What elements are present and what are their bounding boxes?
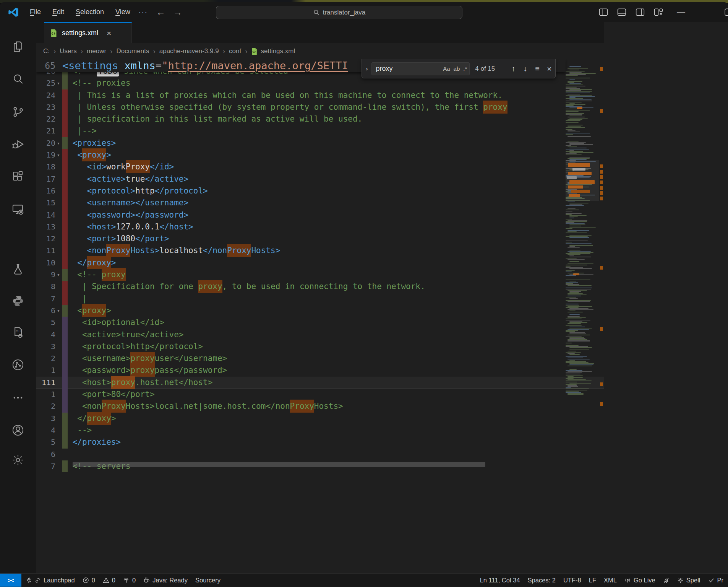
line-number[interactable]: 3 [36,413,55,424]
code-line[interactable]: 16 <protocol>http</protocol> [36,185,604,197]
line-number[interactable]: 111 [36,377,55,389]
line-number[interactable]: 23 [36,101,55,113]
horizontal-scrollbar[interactable] [73,462,485,467]
activity-explorer-icon[interactable] [11,40,24,53]
toggle-secondary-sidebar-icon[interactable] [636,8,645,17]
customize-layout-icon[interactable] [654,8,663,17]
status-ln-111-col-34[interactable]: Ln 111, Col 34 [476,574,524,587]
code-line[interactable]: 24 | This is a list of proxies which can… [36,89,604,101]
code-line[interactable]: 4 <active>true</active> [36,329,604,341]
remote-indicator[interactable]: >< [0,574,21,587]
line-number[interactable]: 5 [36,317,55,328]
code-line[interactable]: 6 [36,449,604,460]
menu-selection[interactable]: Selection [72,7,108,18]
window-maximize-button[interactable] [724,8,728,17]
breadcrumb-conf[interactable]: conf [229,47,241,55]
code-line[interactable]: 1 <password>proxypass</password> [36,364,604,376]
code-line[interactable]: 9▾ <!-- proxy [36,269,604,281]
code-line[interactable]: 7 | [36,293,604,305]
code-line[interactable]: 18 <id>workProxy</id> [36,161,604,173]
code-line[interactable]: 3 </proxy> [36,413,604,424]
match-case-icon[interactable]: Aa [443,65,450,72]
find-close-icon[interactable]: × [543,64,555,73]
line-number[interactable]: 6 [36,305,55,317]
code-line[interactable]: 21 |--> [36,125,604,137]
whole-word-icon[interactable]: ab [454,65,460,72]
code-line[interactable]: 2 <nonProxyHosts>local.net|some.host.com… [36,400,604,412]
fold-chevron-icon[interactable]: ▾ [55,137,62,149]
activity-accounts-icon[interactable] [11,424,24,437]
line-number[interactable]: 2 [36,400,55,412]
fold-chevron-icon[interactable]: ▾ [55,77,62,89]
status-0[interactable]: 0 [79,574,99,587]
line-number[interactable]: 17 [36,173,55,185]
tab-settings-xml[interactable]: settings.xml × [44,22,132,43]
status-java-ready[interactable]: Java: Ready [139,574,191,587]
menu-edit[interactable]: Edit [49,7,68,18]
code-line[interactable]: 25▾ <!-- proxies [36,77,604,89]
line-number[interactable]: 15 [36,197,55,209]
find-input[interactable] [372,65,429,73]
breadcrumb-file[interactable]: settings.xml [251,47,295,55]
line-number[interactable]: 1 [36,389,55,400]
activity-run-and-debug-icon[interactable] [11,138,24,151]
code-line[interactable]: 14 <password></password> [36,209,604,221]
line-number[interactable]: 11 [36,245,55,257]
activity-git-graph-icon[interactable] [11,358,24,371]
status-sourcery[interactable]: Sourcery [191,574,224,587]
find-previous-icon[interactable]: ↑ [507,64,519,73]
activity-testing-icon[interactable] [11,263,24,276]
breadcrumb-documents[interactable]: Documents [116,47,149,55]
breadcrumb-meowr[interactable]: meowr [87,47,106,55]
code-line[interactable]: 5 <id>optional</id> [36,317,604,328]
code-line[interactable]: 3 <protocol>http</protocol> [36,341,604,353]
code-line[interactable]: 13 <host>127.0.0.1</host> [36,221,604,233]
toggle-replace-icon[interactable]: › [362,65,371,73]
activity-search-icon[interactable] [11,73,24,86]
code-line[interactable]: 15 <username></username> [36,197,604,209]
status-spaces-2[interactable]: Spaces: 2 [524,574,559,587]
line-number[interactable]: 13 [36,221,55,233]
line-number[interactable]: 7 [36,293,55,305]
code-line[interactable]: 23 | Unless otherwise specified (by syst… [36,101,604,113]
command-center-search[interactable]: translator_java [216,6,462,19]
fold-chevron-icon[interactable]: ▾ [55,269,62,281]
history-back-icon[interactable]: ← [152,7,169,18]
toggle-panel-icon[interactable] [617,8,626,17]
code-line[interactable]: 6▾ <proxy> [36,305,604,317]
status-utf-8[interactable]: UTF-8 [559,574,585,587]
line-number[interactable]: 24 [36,89,55,101]
minimap[interactable] [566,65,599,406]
status-pr[interactable]: Pr [704,574,728,587]
code-editor[interactable]: 26 <!-- TODO Since when can proxies be s… [36,59,604,573]
activity-cmake-tools-icon[interactable]: C++ [11,326,24,339]
line-number[interactable]: 22 [36,113,55,125]
line-number[interactable]: 4 [36,329,55,341]
toggle-primary-sidebar-icon[interactable] [599,8,608,17]
breadcrumb-c[interactable]: C: [43,47,50,55]
status-0[interactable]: 0 [99,574,119,587]
activity-source-control-icon[interactable] [11,105,24,118]
line-number[interactable]: 3 [36,341,55,353]
code-line[interactable]: 2 <username>proxyuser</username> [36,353,604,364]
line-number[interactable]: 14 [36,209,55,221]
activity-extensions-icon[interactable] [11,170,24,183]
line-number[interactable]: 7 [36,460,55,472]
code-line[interactable]: 8 | Specification for one proxy, to be u… [36,281,604,293]
status-launchpad[interactable]: Launchpad [21,574,79,587]
code-line[interactable]: 19▾ <proxy> [36,149,604,161]
menu-overflow-button[interactable]: ··· [134,7,152,18]
fold-chevron-icon[interactable]: ▾ [55,305,62,317]
line-number[interactable]: 5 [36,436,55,448]
line-number[interactable]: 25 [36,77,55,89]
line-number[interactable]: 1 [36,364,55,376]
line-number[interactable]: 21 [36,125,55,137]
status-lf[interactable]: LF [585,574,600,587]
code-line[interactable]: 111 <host>proxy.host.net</host> [36,377,604,389]
code-line[interactable]: 20▾ <proxies> [36,137,604,149]
activity-python-icon[interactable] [11,294,24,307]
code-line[interactable]: 11 <nonProxyHosts>localhost</nonProxyHos… [36,245,604,257]
status-xml[interactable]: XML [600,574,621,587]
window-minimize-button[interactable]: — [677,7,685,17]
tab-close-icon[interactable]: × [107,29,111,38]
